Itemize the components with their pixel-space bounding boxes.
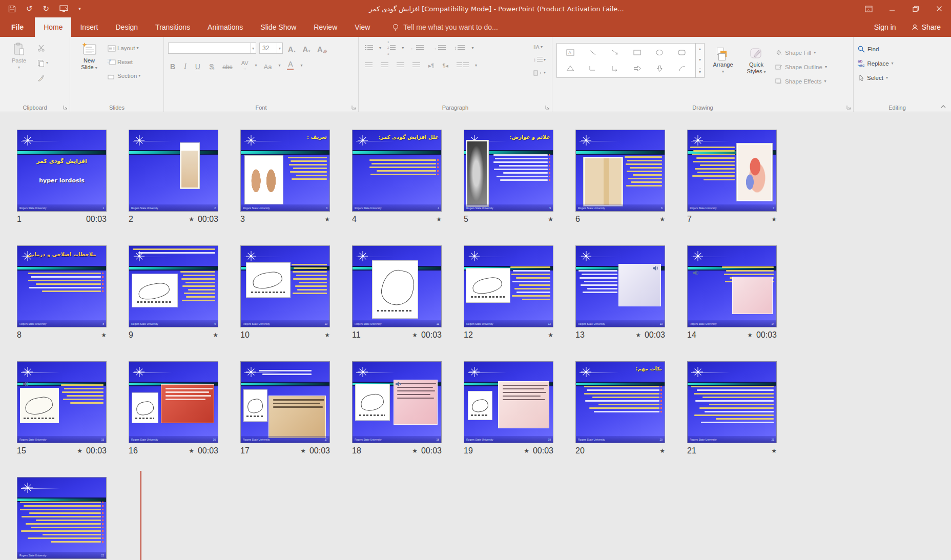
reset-button[interactable]: Reset <box>108 57 140 67</box>
undo-icon[interactable]: ↺ <box>26 4 33 13</box>
select-button[interactable]: Select▾ <box>858 73 937 82</box>
transition-star-icon[interactable]: ★ <box>189 216 194 222</box>
decrease-indent-button[interactable]: ← <box>408 44 426 53</box>
italic-button[interactable]: I <box>182 60 189 71</box>
line-shape-icon[interactable] <box>589 49 596 56</box>
start-slideshow-icon[interactable] <box>59 5 68 13</box>
transition-star-icon[interactable]: ★ <box>300 448 306 454</box>
transition-star-icon[interactable]: ★ <box>659 216 665 222</box>
rectangle-shape-icon[interactable] <box>633 49 642 56</box>
section-button[interactable]: Section▾ <box>108 71 140 80</box>
slide-thumbnail-20[interactable]: نکات مهم:Rogers State University20 <box>575 361 665 443</box>
quick-styles-button[interactable]: QuickStyles ▾ <box>741 43 771 75</box>
slide-thumbnail-5[interactable]: علائم و عوارض:Rogers State University5 <box>464 130 553 212</box>
copy-button[interactable]: ▾ <box>37 58 48 68</box>
transition-star-icon[interactable]: ★ <box>548 216 553 222</box>
find-button[interactable]: Find <box>858 44 937 54</box>
slide-thumbnail-18[interactable]: Rogers State University18 <box>352 361 442 443</box>
align-right-button[interactable] <box>395 61 406 70</box>
slide-thumbnail-12[interactable]: Rogers State University12 <box>464 245 553 327</box>
shapes-gallery[interactable]: A <box>556 43 696 78</box>
ribbon-display-options-icon[interactable] <box>857 0 880 17</box>
tab-design[interactable]: Design <box>107 17 147 37</box>
slide-thumbnail-11[interactable]: Rogers State University11 <box>352 245 442 327</box>
transition-star-icon[interactable]: ★ <box>189 448 194 454</box>
ltr-direction-button[interactable]: ▸¶ <box>426 61 436 70</box>
slide-thumbnail-6[interactable]: Rogers State University6 <box>575 130 665 212</box>
sign-in-link[interactable]: Sign in <box>874 23 896 31</box>
restore-icon[interactable] <box>904 0 927 17</box>
slide-thumbnail-4[interactable]: علل افزایش گودی کمر:Rogers State Univers… <box>352 130 442 212</box>
transition-star-icon[interactable]: ★ <box>524 448 529 454</box>
slide-thumbnail-13[interactable]: Rogers State University13 <box>575 245 665 327</box>
change-case-button[interactable]: Aa <box>262 60 274 71</box>
shape-outline-button[interactable]: Shape Outline▾ <box>775 62 827 72</box>
slide-thumbnail-1[interactable]: افزایش گودی کمرhyper lordosisRogers Stat… <box>17 130 107 212</box>
transition-star-icon[interactable]: ★ <box>412 332 418 338</box>
slide-thumbnail-7[interactable]: Rogers State University7 <box>687 130 777 212</box>
slide-thumbnail-8[interactable]: ملاحظات اصلاحی و درمانیRogers State Univ… <box>17 245 107 327</box>
transition-star-icon[interactable]: ★ <box>77 448 82 454</box>
font-size-select[interactable]: 32▾ <box>259 43 283 54</box>
format-painter-button[interactable] <box>37 73 48 82</box>
tab-view[interactable]: View <box>346 17 379 37</box>
tell-me-box[interactable]: Tell me what you want to do... <box>392 17 498 37</box>
collapse-ribbon-button[interactable] <box>940 105 946 109</box>
align-center-button[interactable] <box>379 61 390 70</box>
transition-star-icon[interactable]: ★ <box>771 448 777 454</box>
text-shadow-button[interactable]: S <box>207 60 216 71</box>
slide-thumbnail-19[interactable]: Rogers State University19 <box>464 361 553 443</box>
slide-thumbnail-3[interactable]: تعریف :Rogers State University3 <box>240 130 330 212</box>
slide-thumbnail-22[interactable]: Rogers State University22 <box>17 477 107 559</box>
arrow-shape-icon[interactable] <box>611 49 619 56</box>
redo-icon[interactable]: ↻ <box>43 4 50 13</box>
triangle-shape-icon[interactable] <box>566 65 574 72</box>
slide-thumbnail-9[interactable]: Rogers State University9 <box>129 245 218 327</box>
transition-star-icon[interactable]: ★ <box>548 332 553 338</box>
transition-star-icon[interactable]: ★ <box>101 332 107 338</box>
underline-button[interactable]: U <box>193 60 202 71</box>
bold-button[interactable]: B <box>168 60 177 71</box>
align-left-button[interactable] <box>363 61 375 70</box>
transition-star-icon[interactable]: ★ <box>635 332 641 338</box>
font-dialog-launcher[interactable] <box>352 105 356 110</box>
transition-star-icon[interactable]: ★ <box>213 332 218 338</box>
columns-button[interactable] <box>454 61 471 70</box>
justify-button[interactable] <box>410 61 422 70</box>
text-box-shape-icon[interactable]: A <box>566 49 574 56</box>
paste-button[interactable]: Paste ▾ <box>4 39 34 70</box>
rounded-rectangle-shape-icon[interactable] <box>678 49 686 56</box>
layout-button[interactable]: Layout▾ <box>108 44 140 53</box>
slide-thumbnail-14[interactable]: Rogers State University14 <box>687 245 777 327</box>
font-name-select[interactable]: ▾ <box>168 43 256 54</box>
clear-formatting-button[interactable]: A <box>315 43 329 53</box>
new-slide-button[interactable]: NewSlide ▾ <box>74 39 104 71</box>
slide-thumbnail-15[interactable]: Rogers State University15 <box>17 361 107 443</box>
slide-thumbnail-16[interactable]: Rogers State University16 <box>129 361 218 443</box>
transition-star-icon[interactable]: ★ <box>436 216 442 222</box>
strikethrough-button[interactable]: abc <box>220 60 234 71</box>
share-button[interactable]: Share <box>912 23 941 31</box>
convert-to-smartart-button[interactable]: ▾ <box>531 68 548 77</box>
increase-indent-button[interactable]: → <box>430 44 448 53</box>
clipboard-dialog-launcher[interactable] <box>63 105 68 110</box>
shapes-gallery-scroll[interactable]: ▴▾▾ <box>696 43 705 78</box>
tab-home[interactable]: Home <box>35 17 71 37</box>
shrink-font-button[interactable]: A▾ <box>301 43 313 53</box>
text-direction-button[interactable]: ‖A▾ <box>531 43 548 52</box>
elbow-arrow-connector-icon[interactable] <box>611 65 619 72</box>
arc-shape-icon[interactable] <box>678 65 686 72</box>
paragraph-dialog-launcher[interactable] <box>545 105 550 110</box>
down-arrow-shape-icon[interactable] <box>656 65 663 72</box>
align-text-button[interactable]: ↕▾ <box>531 55 548 65</box>
transition-star-icon[interactable]: ★ <box>747 332 753 338</box>
transition-star-icon[interactable]: ★ <box>412 448 418 454</box>
shape-effects-button[interactable]: Shape Effects▾ <box>775 76 827 86</box>
tab-slide-show[interactable]: Slide Show <box>252 17 305 37</box>
character-spacing-button[interactable]: AV↔ <box>239 60 251 71</box>
grow-font-button[interactable]: A▴ <box>286 43 298 53</box>
right-arrow-shape-icon[interactable] <box>633 65 642 72</box>
numbering-button[interactable]: 1 2 3 <box>385 44 398 53</box>
transition-star-icon[interactable]: ★ <box>324 332 330 338</box>
tab-transitions[interactable]: Transitions <box>147 17 199 37</box>
